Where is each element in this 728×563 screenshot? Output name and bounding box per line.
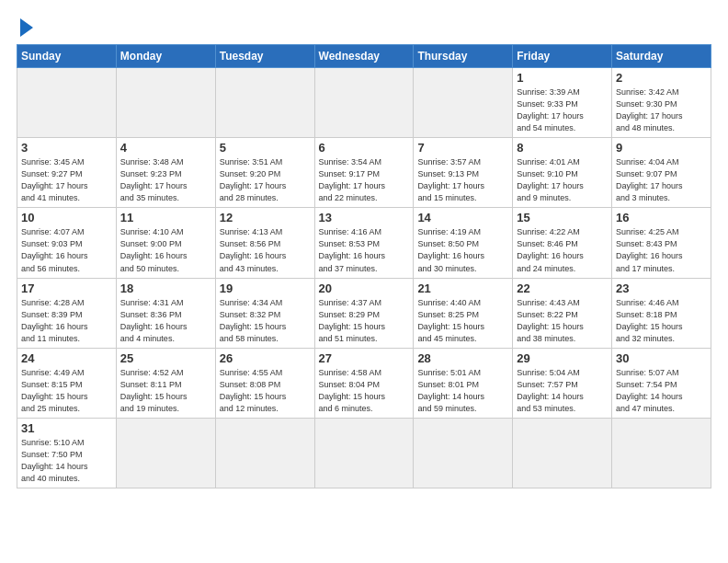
weekday-header-saturday: Saturday bbox=[612, 45, 711, 68]
calendar-cell: 21Sunrise: 4:40 AM Sunset: 8:25 PM Dayli… bbox=[414, 278, 513, 348]
calendar-table: SundayMondayTuesdayWednesdayThursdayFrid… bbox=[17, 44, 711, 488]
day-info: Sunrise: 4:28 AM Sunset: 8:39 PM Dayligh… bbox=[21, 297, 112, 345]
day-info: Sunrise: 4:55 AM Sunset: 8:08 PM Dayligh… bbox=[220, 367, 311, 415]
day-info: Sunrise: 4:49 AM Sunset: 8:15 PM Dayligh… bbox=[21, 367, 112, 415]
day-info: Sunrise: 4:13 AM Sunset: 8:56 PM Dayligh… bbox=[220, 226, 311, 274]
day-info: Sunrise: 3:45 AM Sunset: 9:27 PM Dayligh… bbox=[21, 156, 112, 204]
calendar-cell: 31Sunrise: 5:10 AM Sunset: 7:50 PM Dayli… bbox=[17, 418, 117, 488]
day-number: 25 bbox=[120, 351, 211, 365]
calendar-cell: 16Sunrise: 4:25 AM Sunset: 8:43 PM Dayli… bbox=[612, 208, 711, 278]
calendar-cell bbox=[17, 68, 117, 138]
day-info: Sunrise: 4:31 AM Sunset: 8:36 PM Dayligh… bbox=[120, 297, 211, 345]
calendar-cell: 28Sunrise: 5:01 AM Sunset: 8:01 PM Dayli… bbox=[414, 348, 513, 418]
day-number: 28 bbox=[417, 351, 508, 365]
day-number: 9 bbox=[616, 141, 707, 155]
calendar-cell: 12Sunrise: 4:13 AM Sunset: 8:56 PM Dayli… bbox=[215, 208, 314, 278]
day-info: Sunrise: 4:19 AM Sunset: 8:50 PM Dayligh… bbox=[417, 226, 508, 274]
day-number: 12 bbox=[220, 211, 311, 224]
day-number: 14 bbox=[417, 211, 508, 224]
day-number: 21 bbox=[417, 282, 508, 295]
calendar-cell: 25Sunrise: 4:52 AM Sunset: 8:11 PM Dayli… bbox=[116, 348, 215, 418]
calendar-cell: 7Sunrise: 3:57 AM Sunset: 9:13 PM Daylig… bbox=[414, 138, 513, 208]
day-info: Sunrise: 4:46 AM Sunset: 8:18 PM Dayligh… bbox=[616, 297, 707, 345]
day-info: Sunrise: 4:16 AM Sunset: 8:53 PM Dayligh… bbox=[319, 226, 410, 274]
day-info: Sunrise: 3:57 AM Sunset: 9:13 PM Dayligh… bbox=[417, 156, 508, 204]
day-info: Sunrise: 4:34 AM Sunset: 8:32 PM Dayligh… bbox=[220, 297, 311, 345]
day-number: 23 bbox=[616, 282, 707, 295]
day-info: Sunrise: 4:37 AM Sunset: 8:29 PM Dayligh… bbox=[319, 297, 410, 345]
day-number: 13 bbox=[319, 211, 410, 224]
calendar-cell bbox=[612, 418, 711, 488]
day-number: 4 bbox=[120, 141, 211, 155]
weekday-header-friday: Friday bbox=[513, 45, 612, 68]
calendar-week-row: 17Sunrise: 4:28 AM Sunset: 8:39 PM Dayli… bbox=[17, 278, 711, 348]
calendar-cell: 3Sunrise: 3:45 AM Sunset: 9:27 PM Daylig… bbox=[17, 138, 117, 208]
calendar-cell: 10Sunrise: 4:07 AM Sunset: 9:03 PM Dayli… bbox=[17, 208, 117, 278]
calendar-cell bbox=[414, 68, 513, 138]
day-info: Sunrise: 3:42 AM Sunset: 9:30 PM Dayligh… bbox=[616, 86, 707, 134]
day-number: 18 bbox=[120, 282, 211, 295]
weekday-header-thursday: Thursday bbox=[414, 45, 513, 68]
calendar-week-row: 3Sunrise: 3:45 AM Sunset: 9:27 PM Daylig… bbox=[17, 138, 711, 208]
calendar-cell: 24Sunrise: 4:49 AM Sunset: 8:15 PM Dayli… bbox=[17, 348, 117, 418]
calendar-cell: 8Sunrise: 4:01 AM Sunset: 9:10 PM Daylig… bbox=[513, 138, 612, 208]
day-info: Sunrise: 4:01 AM Sunset: 9:10 PM Dayligh… bbox=[517, 156, 608, 204]
calendar-cell: 26Sunrise: 4:55 AM Sunset: 8:08 PM Dayli… bbox=[215, 348, 314, 418]
calendar-cell: 17Sunrise: 4:28 AM Sunset: 8:39 PM Dayli… bbox=[17, 278, 117, 348]
day-number: 10 bbox=[21, 211, 112, 224]
calendar-cell bbox=[116, 68, 215, 138]
calendar-cell: 13Sunrise: 4:16 AM Sunset: 8:53 PM Dayli… bbox=[314, 208, 414, 278]
day-info: Sunrise: 5:04 AM Sunset: 7:57 PM Dayligh… bbox=[517, 367, 608, 415]
logo bbox=[17, 15, 33, 37]
day-number: 30 bbox=[616, 351, 707, 365]
day-info: Sunrise: 3:54 AM Sunset: 9:17 PM Dayligh… bbox=[319, 156, 410, 204]
calendar-cell: 19Sunrise: 4:34 AM Sunset: 8:32 PM Dayli… bbox=[215, 278, 314, 348]
calendar-cell: 18Sunrise: 4:31 AM Sunset: 8:36 PM Dayli… bbox=[116, 278, 215, 348]
calendar-cell bbox=[215, 418, 314, 488]
calendar-week-row: 31Sunrise: 5:10 AM Sunset: 7:50 PM Dayli… bbox=[17, 418, 711, 488]
day-info: Sunrise: 3:51 AM Sunset: 9:20 PM Dayligh… bbox=[220, 156, 311, 204]
day-number: 2 bbox=[616, 71, 707, 85]
day-info: Sunrise: 5:10 AM Sunset: 7:50 PM Dayligh… bbox=[21, 437, 112, 485]
day-number: 1 bbox=[517, 71, 608, 85]
calendar-cell: 29Sunrise: 5:04 AM Sunset: 7:57 PM Dayli… bbox=[513, 348, 612, 418]
day-info: Sunrise: 4:40 AM Sunset: 8:25 PM Dayligh… bbox=[417, 297, 508, 345]
day-number: 31 bbox=[21, 421, 112, 435]
calendar-cell: 23Sunrise: 4:46 AM Sunset: 8:18 PM Dayli… bbox=[612, 278, 711, 348]
calendar-week-row: 24Sunrise: 4:49 AM Sunset: 8:15 PM Dayli… bbox=[17, 348, 711, 418]
weekday-header-monday: Monday bbox=[116, 45, 215, 68]
day-number: 16 bbox=[616, 211, 707, 224]
calendar-cell: 27Sunrise: 4:58 AM Sunset: 8:04 PM Dayli… bbox=[314, 348, 414, 418]
calendar-cell: 5Sunrise: 3:51 AM Sunset: 9:20 PM Daylig… bbox=[215, 138, 314, 208]
day-info: Sunrise: 4:10 AM Sunset: 9:00 PM Dayligh… bbox=[120, 226, 211, 274]
day-number: 26 bbox=[220, 351, 311, 365]
weekday-header-tuesday: Tuesday bbox=[215, 45, 314, 68]
day-number: 22 bbox=[517, 282, 608, 295]
calendar-cell bbox=[414, 418, 513, 488]
day-info: Sunrise: 4:07 AM Sunset: 9:03 PM Dayligh… bbox=[21, 226, 112, 274]
calendar-cell: 14Sunrise: 4:19 AM Sunset: 8:50 PM Dayli… bbox=[414, 208, 513, 278]
calendar-cell: 6Sunrise: 3:54 AM Sunset: 9:17 PM Daylig… bbox=[314, 138, 414, 208]
day-info: Sunrise: 5:07 AM Sunset: 7:54 PM Dayligh… bbox=[616, 367, 707, 415]
day-number: 15 bbox=[517, 211, 608, 224]
calendar-cell: 20Sunrise: 4:37 AM Sunset: 8:29 PM Dayli… bbox=[314, 278, 414, 348]
page: SundayMondayTuesdayWednesdayThursdayFrid… bbox=[0, 0, 728, 563]
day-number: 20 bbox=[319, 282, 410, 295]
day-info: Sunrise: 4:22 AM Sunset: 8:46 PM Dayligh… bbox=[517, 226, 608, 274]
calendar-cell: 11Sunrise: 4:10 AM Sunset: 9:00 PM Dayli… bbox=[116, 208, 215, 278]
weekday-header-wednesday: Wednesday bbox=[314, 45, 414, 68]
calendar-cell: 22Sunrise: 4:43 AM Sunset: 8:22 PM Dayli… bbox=[513, 278, 612, 348]
day-info: Sunrise: 4:25 AM Sunset: 8:43 PM Dayligh… bbox=[616, 226, 707, 274]
calendar-cell bbox=[314, 418, 414, 488]
day-number: 29 bbox=[517, 351, 608, 365]
day-number: 7 bbox=[417, 141, 508, 155]
calendar-cell: 2Sunrise: 3:42 AM Sunset: 9:30 PM Daylig… bbox=[612, 68, 711, 138]
day-info: Sunrise: 4:58 AM Sunset: 8:04 PM Dayligh… bbox=[319, 367, 410, 415]
day-number: 27 bbox=[319, 351, 410, 365]
calendar-week-row: 1Sunrise: 3:39 AM Sunset: 9:33 PM Daylig… bbox=[17, 68, 711, 138]
calendar-cell bbox=[116, 418, 215, 488]
day-number: 3 bbox=[21, 141, 112, 155]
day-info: Sunrise: 5:01 AM Sunset: 8:01 PM Dayligh… bbox=[417, 367, 508, 415]
day-info: Sunrise: 3:48 AM Sunset: 9:23 PM Dayligh… bbox=[120, 156, 211, 204]
calendar-cell: 9Sunrise: 4:04 AM Sunset: 9:07 PM Daylig… bbox=[612, 138, 711, 208]
